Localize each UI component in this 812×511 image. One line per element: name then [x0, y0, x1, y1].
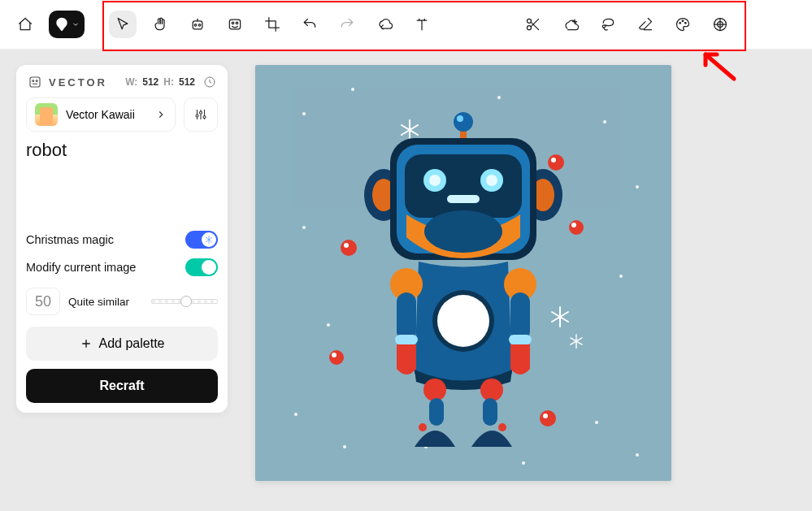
hand-tool[interactable]	[146, 11, 174, 38]
prompt-text[interactable]: robot	[26, 138, 218, 226]
add-palette-button[interactable]: Add palette	[26, 327, 218, 361]
robot-icon	[189, 16, 206, 32]
generate-panel: VECTOR W: 512 H: 512 Vector Kawaii	[16, 65, 228, 413]
cursor-tool[interactable]	[109, 11, 137, 38]
undo-icon	[302, 16, 318, 32]
svg-point-41	[551, 158, 556, 162]
modify-toggle[interactable]	[185, 258, 218, 276]
svg-point-31	[595, 421, 598, 424]
mode-label: VECTOR	[49, 76, 107, 89]
svg-rect-74	[483, 398, 497, 426]
christmas-toggle[interactable]	[185, 231, 218, 249]
svg-point-42	[569, 220, 584, 235]
svg-point-30	[619, 275, 623, 278]
chevron-right-icon	[155, 109, 167, 120]
svg-point-1	[194, 24, 197, 27]
svg-rect-14	[30, 77, 40, 87]
hand-icon	[152, 16, 168, 32]
svg-point-15	[33, 80, 34, 82]
svg-point-38	[329, 350, 344, 365]
cloud-plus-tool[interactable]	[557, 11, 584, 38]
svg-rect-56	[405, 154, 522, 218]
style-picker[interactable]: Vector Kawaii	[26, 97, 176, 132]
svg-point-33	[497, 96, 501, 99]
svg-point-49	[457, 115, 463, 122]
svg-point-29	[636, 185, 639, 188]
text-tool[interactable]	[408, 11, 436, 38]
mesh-icon	[712, 16, 728, 32]
svg-point-40	[548, 154, 564, 171]
similarity-text: Quite similar	[68, 296, 129, 308]
brand-menu[interactable]	[49, 11, 85, 38]
svg-point-23	[351, 88, 354, 91]
redo-button[interactable]	[333, 11, 361, 38]
svg-point-60	[486, 175, 497, 186]
height-value[interactable]: 512	[179, 76, 195, 88]
redo-icon	[339, 16, 355, 32]
home-icon	[17, 16, 33, 32]
width-value[interactable]: 512	[142, 76, 158, 88]
eraser-tool[interactable]	[632, 11, 659, 38]
svg-point-32	[636, 453, 639, 457]
svg-point-43	[571, 223, 576, 227]
mesh-tool[interactable]	[706, 11, 734, 38]
similarity-value[interactable]: 50	[26, 288, 60, 315]
generated-image[interactable]	[255, 65, 671, 481]
svg-rect-67	[397, 292, 416, 341]
svg-point-2	[198, 24, 201, 27]
palette-tool[interactable]	[669, 11, 697, 38]
svg-rect-69	[395, 335, 418, 344]
eraser-icon	[637, 16, 654, 32]
robot-illustration	[255, 65, 671, 481]
refresh-cloud-icon	[376, 16, 393, 32]
svg-point-27	[343, 445, 346, 448]
history-icon[interactable]	[203, 76, 216, 89]
style-settings-button[interactable]	[184, 97, 218, 132]
svg-point-26	[294, 413, 297, 416]
image-tool[interactable]	[221, 11, 249, 38]
crop-tool[interactable]	[258, 11, 286, 38]
svg-point-39	[332, 353, 337, 357]
brand-icon	[54, 16, 70, 32]
cloud-plus-icon	[562, 16, 579, 32]
scissors-icon	[525, 16, 541, 32]
svg-point-45	[543, 414, 548, 418]
chevron-down-icon	[72, 20, 80, 28]
svg-point-44	[540, 410, 556, 427]
svg-point-25	[327, 323, 330, 327]
svg-rect-73	[429, 398, 444, 426]
svg-point-75	[419, 423, 427, 431]
cut-tool[interactable]	[519, 11, 547, 38]
add-palette-label: Add palette	[99, 336, 165, 351]
robot-tool[interactable]	[184, 11, 211, 38]
recraft-button[interactable]: Recraft	[26, 369, 218, 403]
svg-rect-61	[447, 195, 480, 203]
svg-point-16	[36, 80, 37, 82]
width-label: W:	[125, 76, 137, 88]
svg-point-18	[196, 115, 198, 117]
svg-point-71	[423, 379, 446, 401]
svg-point-22	[302, 112, 306, 115]
christmas-toggle-label: Christmas magic	[26, 233, 185, 246]
svg-point-28	[603, 120, 606, 123]
regenerate-tool[interactable]	[371, 11, 398, 38]
similarity-slider-handle[interactable]	[180, 296, 192, 307]
svg-point-11	[685, 23, 687, 24]
cursor-icon	[115, 16, 131, 32]
lasso-tool[interactable]	[594, 11, 622, 38]
height-label: H:	[163, 76, 174, 88]
palette-icon	[675, 16, 691, 32]
svg-point-20	[203, 116, 206, 119]
text-icon	[414, 16, 430, 32]
svg-point-35	[522, 461, 525, 465]
svg-point-58	[429, 175, 441, 186]
svg-point-19	[200, 111, 202, 114]
plus-icon	[80, 337, 93, 350]
lasso-icon	[600, 16, 616, 32]
recraft-label: Recraft	[99, 379, 144, 393]
svg-point-37	[344, 243, 349, 248]
svg-point-48	[454, 112, 473, 132]
home-button[interactable]	[11, 11, 39, 38]
undo-button[interactable]	[296, 11, 323, 38]
similarity-slider[interactable]	[151, 299, 218, 304]
